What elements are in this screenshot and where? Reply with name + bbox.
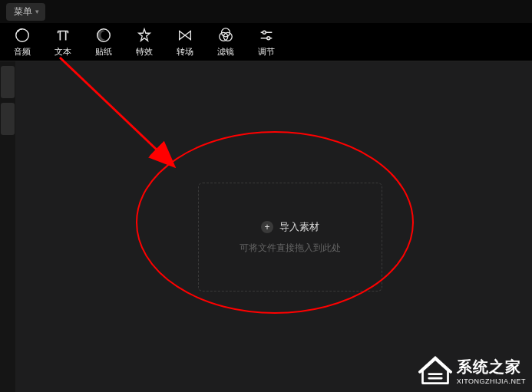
sticker-tab[interactable]: 贴纸: [83, 24, 124, 61]
side-tab-1[interactable]: [1, 66, 15, 98]
import-dropzone[interactable]: + 导入素材 可将文件直接拖入到此处: [198, 183, 382, 292]
toolbar-label: 特效: [136, 46, 153, 58]
star-icon: [136, 27, 153, 44]
import-row: + 导入素材: [261, 220, 319, 234]
toolbar-label: 滤镜: [217, 46, 234, 58]
import-label: 导入素材: [279, 220, 319, 234]
venn-icon: [217, 27, 234, 44]
plus-icon: +: [261, 221, 273, 233]
rewind-icon: [14, 27, 31, 44]
menu-button[interactable]: 菜单 ▾: [6, 3, 45, 21]
moon-icon: [95, 27, 112, 44]
adjust-tab[interactable]: 调节: [246, 24, 286, 61]
menu-button-label: 菜单: [14, 5, 32, 18]
toolbar-label: 音频: [14, 46, 31, 58]
svg-point-7: [266, 36, 269, 39]
text-tab[interactable]: 文本: [42, 24, 83, 61]
media-panel: + 导入素材 可将文件直接拖入到此处: [15, 61, 532, 392]
text-icon: [55, 27, 71, 44]
svg-point-6: [263, 31, 266, 34]
sliders-icon: [258, 27, 275, 44]
transition-tab[interactable]: 转场: [164, 24, 205, 61]
main-toolbar: 音频 文本 贴纸 特效 转场 滤镜: [0, 23, 532, 61]
import-hint: 可将文件直接拖入到此处: [240, 242, 341, 255]
audio-tab[interactable]: 音频: [2, 24, 42, 61]
toolbar-label: 调节: [258, 46, 275, 58]
chevron-down-icon: ▾: [35, 8, 39, 15]
toolbar-label: 贴纸: [95, 46, 112, 58]
bowtie-icon: [177, 27, 193, 44]
effects-tab[interactable]: 特效: [124, 24, 164, 61]
side-tabs: [0, 61, 15, 392]
title-bar: 菜单 ▾: [0, 0, 532, 23]
side-tab-2[interactable]: [1, 103, 15, 135]
toolbar-label: 转场: [177, 46, 193, 58]
toolbar-label: 文本: [55, 46, 71, 58]
filter-tab[interactable]: 滤镜: [205, 24, 246, 61]
